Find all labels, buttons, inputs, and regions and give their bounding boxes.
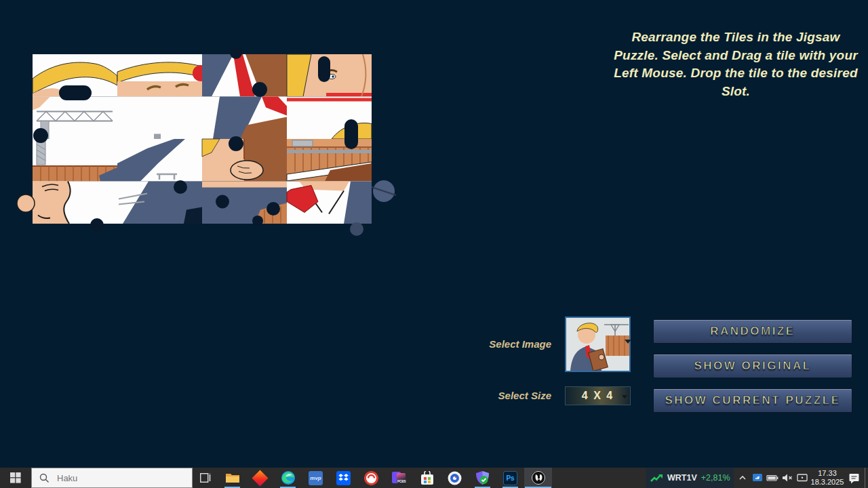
diamond-app-icon[interactable] <box>246 468 274 488</box>
puzzle-tile[interactable] <box>202 139 287 182</box>
pcbs-glyph-icon: PCBS <box>392 471 406 485</box>
mvp-glyph-icon: mvp <box>309 471 323 485</box>
puzzle-tile[interactable] <box>287 139 372 182</box>
show-desktop-button[interactable] <box>865 468 868 488</box>
edge-glyph-icon <box>281 470 296 485</box>
clock-date: 18.3.2025 <box>808 478 846 487</box>
file-explorer-icon[interactable] <box>218 468 246 488</box>
red-circle-glyph-icon <box>364 471 378 485</box>
instructions-text: Rearrange the Tiles in the Jigsaw Puzzle… <box>614 28 858 100</box>
image-select-thumbnail[interactable] <box>565 317 631 372</box>
store-glyph-icon <box>420 471 434 485</box>
search-icon <box>39 473 50 483</box>
dropbox-icon[interactable] <box>330 468 357 488</box>
tray-chevron-up-icon[interactable] <box>735 468 750 488</box>
photoshop-icon[interactable]: Ps <box>496 468 524 488</box>
puzzle-tile[interactable] <box>287 182 372 224</box>
search-input[interactable] <box>56 472 174 484</box>
tray-volume-muted-icon[interactable] <box>780 468 795 488</box>
dropbox-glyph-icon <box>336 471 351 485</box>
stock-change: +2,81% <box>701 473 730 483</box>
show-original-button[interactable]: SHOW ORIGINAL <box>653 354 852 378</box>
windows-logo-icon <box>10 472 21 483</box>
pcbs-app-icon[interactable]: PCBS <box>385 468 413 488</box>
puzzle-tile[interactable] <box>33 182 117 224</box>
start-button[interactable] <box>0 468 31 488</box>
clock-time: 17.33 <box>808 469 846 478</box>
select-size-label: Select Size <box>450 390 551 401</box>
ms-store-icon[interactable] <box>413 468 441 488</box>
stock-ticker-widget[interactable]: WRT1V +2,81% <box>646 468 734 488</box>
taskbar: mvp PCBS <box>0 468 868 488</box>
puzzle-tile[interactable] <box>117 54 209 97</box>
puzzle-tile[interactable] <box>287 97 372 140</box>
puzzle-tile[interactable] <box>117 139 202 182</box>
puzzle-tile[interactable] <box>117 182 202 224</box>
size-dropdown-arrow-icon <box>622 395 627 399</box>
tray-display-icon[interactable] <box>795 468 810 488</box>
randomize-button[interactable]: RANDOMIZE <box>653 319 852 344</box>
puzzle-tile[interactable] <box>33 139 117 182</box>
desktop: { "instructions": { "text": "Rearrange t… <box>0 0 868 488</box>
size-select-value: 4 X 4 <box>582 390 614 402</box>
puzzle-board[interactable] <box>12 47 399 237</box>
action-center-icon[interactable] <box>846 468 861 488</box>
puzzle-tile[interactable] <box>202 54 287 97</box>
diamond-glyph-icon <box>252 470 268 486</box>
puzzle-tile[interactable] <box>117 97 202 140</box>
show-current-puzzle-button[interactable]: SHOW CURRENT PUZZLE <box>653 388 852 413</box>
task-view-button[interactable] <box>193 468 218 488</box>
tray-clock[interactable]: 17.33 18.3.2025 <box>808 469 846 487</box>
mvp-app-icon[interactable]: mvp <box>302 468 330 488</box>
puzzle-board-canvas <box>12 47 399 237</box>
stock-up-icon <box>650 472 663 483</box>
edge-browser-icon[interactable] <box>274 468 302 488</box>
stock-symbol: WRT1V <box>667 473 697 483</box>
image-select-dropdown-arrow-icon[interactable] <box>625 340 631 344</box>
tray-screenshare-icon[interactable] <box>750 468 765 488</box>
taskbar-search[interactable] <box>31 468 193 488</box>
shield-check-glyph-icon <box>475 470 490 485</box>
unreal-engine-icon[interactable] <box>524 468 552 488</box>
size-select-dropdown[interactable]: 4 X 4 <box>565 386 631 405</box>
photoshop-glyph-icon: Ps <box>503 471 517 485</box>
unreal-glyph-icon <box>531 470 546 485</box>
blue-circle-app-icon[interactable] <box>441 468 469 488</box>
select-image-label: Select Image <box>450 338 551 350</box>
antivirus-shield-icon[interactable] <box>469 468 496 488</box>
red-circle-app-icon[interactable] <box>357 468 385 488</box>
thumbnail-art <box>566 318 629 371</box>
tray-battery-icon[interactable] <box>765 468 780 488</box>
puzzle-tile[interactable] <box>202 97 287 140</box>
folder-glyph-icon <box>225 472 240 484</box>
task-view-icon <box>200 473 211 483</box>
blue-circle-glyph-icon <box>448 471 462 485</box>
